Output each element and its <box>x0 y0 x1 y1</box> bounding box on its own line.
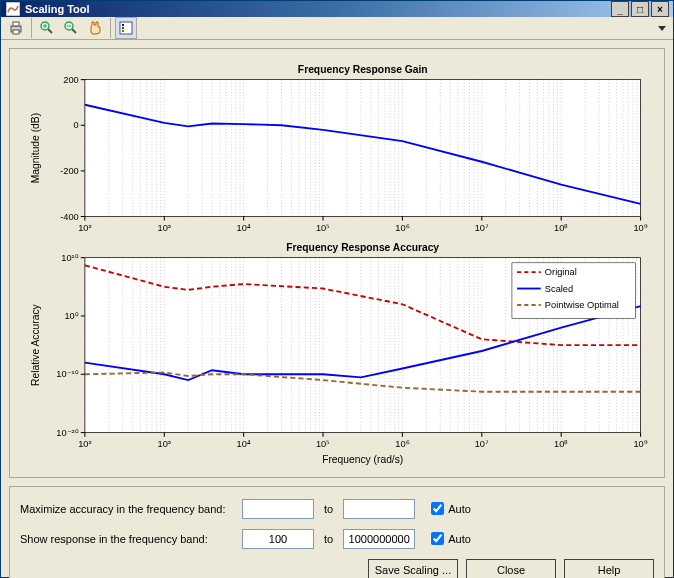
svg-text:200: 200 <box>63 75 78 85</box>
toolbar-separator <box>31 18 32 38</box>
button-row: Save Scaling ... Close Help <box>20 559 654 578</box>
zoom-in-button[interactable] <box>36 17 58 39</box>
close-button[interactable]: Close <box>466 559 556 578</box>
help-button[interactable]: Help <box>564 559 654 578</box>
save-scaling-button[interactable]: Save Scaling ... <box>368 559 458 578</box>
maximize-auto-label[interactable]: Auto <box>448 503 471 515</box>
form-panel: Maximize accuracy in the frequency band:… <box>9 486 665 578</box>
svg-rect-12 <box>120 22 132 34</box>
svg-text:-400: -400 <box>60 212 79 222</box>
svg-text:10⁵: 10⁵ <box>316 439 330 449</box>
close-button[interactable]: × <box>651 1 669 17</box>
pan-button[interactable] <box>84 17 106 39</box>
show-from-input[interactable] <box>242 529 314 549</box>
svg-text:10³: 10³ <box>158 223 171 233</box>
svg-text:10⁶: 10⁶ <box>395 439 409 449</box>
svg-text:Pointwise Optimal: Pointwise Optimal <box>545 300 619 310</box>
svg-text:Frequency Response Accuracy: Frequency Response Accuracy <box>286 242 439 253</box>
svg-rect-3 <box>13 22 19 26</box>
svg-text:10²: 10² <box>78 439 91 449</box>
svg-text:10¹⁰: 10¹⁰ <box>61 253 78 263</box>
window-controls: _ □ × <box>611 1 669 17</box>
show-label: Show response in the frequency band: <box>20 533 236 545</box>
svg-text:10⁰: 10⁰ <box>64 311 78 321</box>
svg-text:10⁹: 10⁹ <box>633 439 647 449</box>
svg-text:10⁷: 10⁷ <box>475 439 489 449</box>
svg-text:10³: 10³ <box>158 439 171 449</box>
svg-text:10⁴: 10⁴ <box>237 439 251 449</box>
svg-text:10²: 10² <box>78 223 91 233</box>
svg-text:Relative Accuracy: Relative Accuracy <box>30 303 41 386</box>
show-auto-checkbox[interactable] <box>431 532 444 545</box>
show-to-input[interactable] <box>343 529 415 549</box>
svg-text:-200: -200 <box>60 166 79 176</box>
maximize-auto-checkbox[interactable] <box>431 502 444 515</box>
svg-line-6 <box>48 29 52 33</box>
print-button[interactable] <box>5 17 27 39</box>
svg-text:10⁹: 10⁹ <box>633 223 647 233</box>
svg-text:10⁶: 10⁶ <box>395 223 409 233</box>
maximize-row: Maximize accuracy in the frequency band:… <box>20 499 654 519</box>
toolbar-separator <box>110 18 111 38</box>
svg-rect-4 <box>13 30 19 34</box>
maximize-from-input[interactable] <box>242 499 314 519</box>
svg-line-10 <box>72 29 76 33</box>
svg-text:10⁻²⁰: 10⁻²⁰ <box>56 428 78 438</box>
maximize-button[interactable]: □ <box>631 1 649 17</box>
svg-text:0: 0 <box>74 120 79 130</box>
svg-text:10⁻¹⁰: 10⁻¹⁰ <box>56 369 78 379</box>
window-title: Scaling Tool <box>25 3 611 15</box>
maximize-to-input[interactable] <box>343 499 415 519</box>
show-row: Show response in the frequency band: to … <box>20 529 654 549</box>
toolbar <box>1 17 673 40</box>
maximize-label: Maximize accuracy in the frequency band: <box>20 503 236 515</box>
svg-text:Original: Original <box>545 267 577 277</box>
svg-text:10⁸: 10⁸ <box>554 223 568 233</box>
zoom-out-button[interactable] <box>60 17 82 39</box>
plot-panel: Frequency Response GainMagnitude (dB)10²… <box>9 48 665 478</box>
titlebar: Scaling Tool _ □ × <box>1 1 673 17</box>
app-icon <box>5 1 21 17</box>
content-area: Frequency Response GainMagnitude (dB)10²… <box>1 40 673 578</box>
svg-text:Scaled: Scaled <box>545 284 573 294</box>
show-auto-label[interactable]: Auto <box>448 533 471 545</box>
charts-svg: Frequency Response GainMagnitude (dB)10²… <box>18 57 656 469</box>
scaling-tool-window: Scaling Tool _ □ × Frequency R <box>0 0 674 578</box>
to-label: to <box>324 533 333 545</box>
minimize-button[interactable]: _ <box>611 1 629 17</box>
svg-text:10⁴: 10⁴ <box>237 223 251 233</box>
svg-text:10⁸: 10⁸ <box>554 439 568 449</box>
svg-text:Frequency (rad/s): Frequency (rad/s) <box>322 454 403 465</box>
dock-menu-icon[interactable] <box>655 17 669 39</box>
svg-text:Magnitude (dB): Magnitude (dB) <box>30 113 41 183</box>
to-label: to <box>324 503 333 515</box>
svg-text:10⁵: 10⁵ <box>316 223 330 233</box>
svg-text:10⁷: 10⁷ <box>475 223 489 233</box>
svg-rect-16 <box>85 80 641 217</box>
svg-text:Frequency Response Gain: Frequency Response Gain <box>298 64 428 75</box>
legend-button[interactable] <box>115 17 137 39</box>
